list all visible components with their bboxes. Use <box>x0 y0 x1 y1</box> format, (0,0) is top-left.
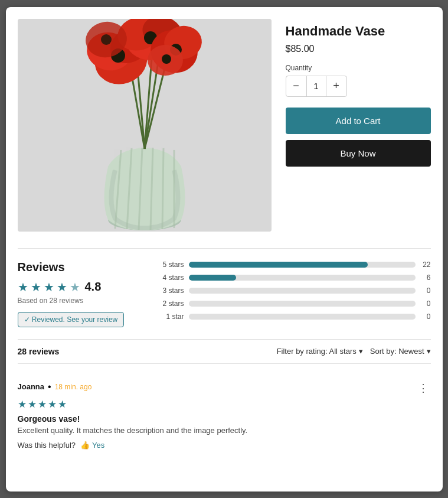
reviews-section: Reviews ★ ★ ★ ★ ★ 4.8 Based on 28 review… <box>18 248 431 458</box>
bar-fill <box>189 275 237 281</box>
product-page: Handmade Vase $85.00 Quantity − 1 + Add … <box>6 7 443 492</box>
total-reviews-count: 28 reviews <box>18 347 60 356</box>
quantity-value: 1 <box>306 76 326 96</box>
svg-point-27 <box>162 54 171 64</box>
bar-label: 3 stars <box>159 287 184 295</box>
svg-line-6 <box>162 148 163 229</box>
bar-track <box>189 262 416 268</box>
bar-label: 5 stars <box>159 261 184 269</box>
review-star-icon: ★ <box>38 398 47 411</box>
filter-sort-controls: Filter by rating: All stars ▾ Sort by: N… <box>277 347 431 356</box>
filter-label: Filter by rating: All stars <box>277 347 357 356</box>
bar-fill <box>189 262 368 268</box>
helpful-yes-button[interactable]: 👍 Yes <box>80 441 104 450</box>
rating-bar-row: 2 stars 0 <box>159 300 431 308</box>
reviews-title: Reviews <box>18 261 136 274</box>
review-star-icon: ★ <box>28 398 37 411</box>
chevron-down-icon-sort: ▾ <box>427 347 431 356</box>
helpful-label: Was this helpful? <box>18 441 76 450</box>
svg-point-25 <box>101 34 112 45</box>
bar-track <box>189 275 416 281</box>
review-author-row: Joanna • 18 min. ago <box>18 382 92 392</box>
chevron-down-icon: ▾ <box>359 347 363 356</box>
reviewed-badge-label: ✓ Reviewed. See your review <box>24 315 118 324</box>
bar-track <box>189 314 416 320</box>
product-info: Handmade Vase $85.00 Quantity − 1 + Add … <box>286 19 431 232</box>
review-star-icon: ★ <box>18 398 27 411</box>
star-1-icon: ★ <box>18 280 28 294</box>
quantity-control: − 1 + <box>286 76 347 97</box>
review-star-icon: ★ <box>58 398 67 411</box>
rating-stars-row: ★ ★ ★ ★ ★ 4.8 <box>18 280 136 294</box>
reviews-left: Reviews ★ ★ ★ ★ ★ 4.8 Based on 28 review… <box>18 261 136 327</box>
bar-count: 6 <box>420 274 431 282</box>
reviews-meta: 28 reviews Filter by rating: All stars ▾… <box>18 339 431 364</box>
star-3-icon: ★ <box>44 280 54 294</box>
sort-label: Sort by: Newest <box>370 347 424 356</box>
reviewed-badge-button[interactable]: ✓ Reviewed. See your review <box>18 312 125 327</box>
reviews-list: Joanna • 18 min. ago ⋮ ★★★★★ Gorgeous va… <box>18 373 431 458</box>
quantity-increase-button[interactable]: + <box>326 76 346 96</box>
rating-bar-row: 4 stars 6 <box>159 274 431 282</box>
bar-track <box>189 288 416 294</box>
yes-label: Yes <box>92 441 104 450</box>
review-stars: ★★★★★ <box>18 398 431 411</box>
star-4-icon: ★ <box>57 280 67 294</box>
product-price: $85.00 <box>286 44 431 54</box>
buy-now-button[interactable]: Buy Now <box>286 140 431 167</box>
based-on-text: Based on 28 reviews <box>18 297 136 305</box>
sort-button[interactable]: Sort by: Newest ▾ <box>370 347 431 356</box>
bar-count: 0 <box>420 313 431 321</box>
review-top: Joanna • 18 min. ago ⋮ <box>18 382 431 395</box>
review-time: 18 min. ago <box>55 383 92 391</box>
bar-track <box>189 301 416 307</box>
review-title: Gorgeous vase! <box>18 414 431 424</box>
bar-count: 22 <box>420 261 431 269</box>
review-body: Excellent quality. It matches the descri… <box>18 426 431 435</box>
add-to-cart-button[interactable]: Add to Cart <box>286 108 431 134</box>
rating-bar-row: 5 stars 22 <box>159 261 431 269</box>
average-rating: 4.8 <box>85 280 102 294</box>
rating-bar-row: 3 stars 0 <box>159 287 431 295</box>
rating-bar-row: 1 star 0 <box>159 313 431 321</box>
filter-button[interactable]: Filter by rating: All stars ▾ <box>277 347 363 356</box>
review-separator: • <box>48 382 51 392</box>
helpful-row: Was this helpful? 👍 Yes <box>18 441 431 450</box>
quantity-label: Quantity <box>286 64 431 72</box>
bar-label: 4 stars <box>159 274 184 282</box>
review-menu-button[interactable]: ⋮ <box>416 382 431 395</box>
thumbs-up-icon: 👍 <box>80 441 90 450</box>
product-image <box>18 19 272 232</box>
bar-count: 0 <box>420 287 431 295</box>
bar-label: 2 stars <box>159 300 184 308</box>
reviewer-name: Joanna <box>18 382 45 391</box>
reviews-bars: 5 stars 22 4 stars 6 3 stars 0 2 stars 0 <box>159 261 431 327</box>
product-title: Handmade Vase <box>286 24 431 39</box>
product-section: Handmade Vase $85.00 Quantity − 1 + Add … <box>18 19 431 232</box>
bar-count: 0 <box>420 300 431 308</box>
bar-label: 1 star <box>159 313 184 321</box>
reviews-header: Reviews ★ ★ ★ ★ ★ 4.8 Based on 28 review… <box>18 261 431 327</box>
star-5-icon: ★ <box>70 280 80 294</box>
quantity-decrease-button[interactable]: − <box>286 76 306 96</box>
review-item: Joanna • 18 min. ago ⋮ ★★★★★ Gorgeous va… <box>18 373 431 458</box>
star-2-icon: ★ <box>31 280 41 294</box>
review-star-icon: ★ <box>48 398 57 411</box>
